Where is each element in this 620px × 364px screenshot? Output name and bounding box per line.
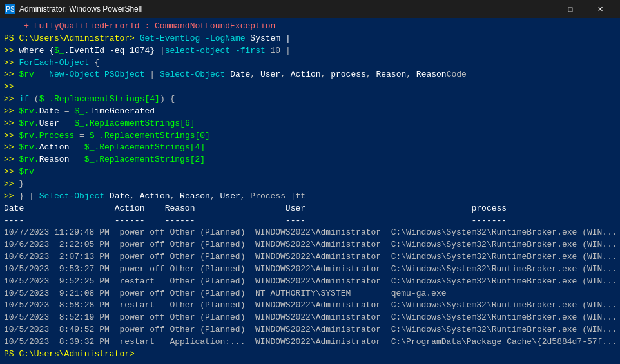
- close-button[interactable]: ✕: [585, 0, 615, 18]
- title-bar-controls: — □ ✕: [526, 0, 615, 18]
- terminal: + FullyQualifiedErrorId : CommandNotFoun…: [0, 18, 620, 364]
- maximize-button[interactable]: □: [556, 0, 585, 18]
- title-bar-icon: PS: [5, 4, 15, 14]
- title-bar[interactable]: PS Administrator: Windows PowerShell — □…: [0, 0, 620, 18]
- minimize-button[interactable]: —: [526, 0, 556, 18]
- title-bar-title: Administrator: Windows PowerShell: [19, 5, 526, 14]
